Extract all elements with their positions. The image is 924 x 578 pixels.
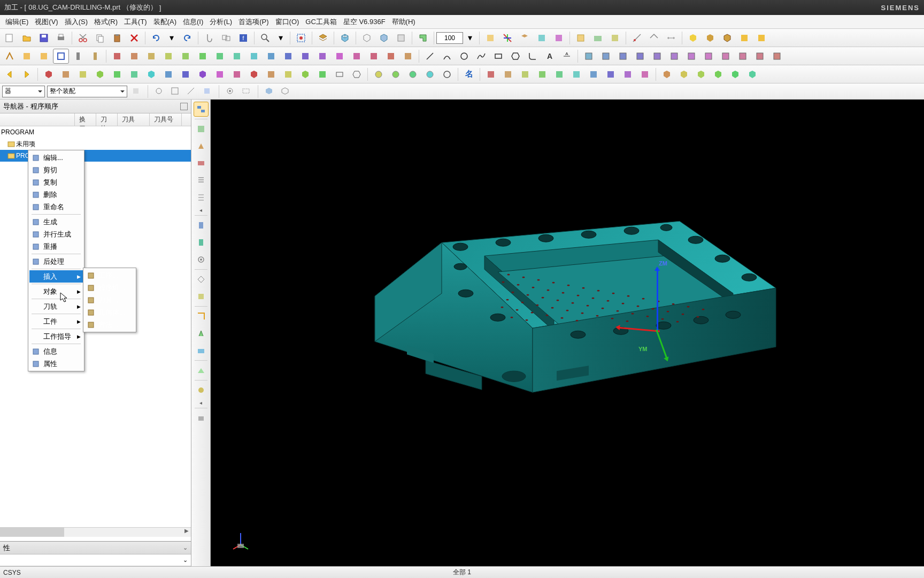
t3c-0[interactable] <box>483 67 499 82</box>
t2-7[interactable] <box>109 49 125 64</box>
t2b-4[interactable] <box>649 49 665 64</box>
arc-tool[interactable] <box>439 49 455 64</box>
menu-item[interactable]: 编辑(E) <box>2 16 32 28</box>
ctx-sub-item[interactable]: 刀具... <box>84 294 135 306</box>
ctx-sub-item[interactable]: 方法... <box>84 318 135 331</box>
sel-e[interactable] <box>201 85 214 98</box>
t2-e[interactable] <box>70 49 86 64</box>
t2-24[interactable] <box>400 49 416 64</box>
t3b-3[interactable] <box>422 67 438 82</box>
tb1-k[interactable] <box>663 31 679 45</box>
t3-14[interactable] <box>280 67 296 82</box>
vt-11[interactable] <box>194 309 209 324</box>
t3-16[interactable] <box>314 67 330 82</box>
t3c-1[interactable] <box>500 67 516 82</box>
save-button[interactable] <box>36 31 52 45</box>
ctx-sub-item[interactable]: 工序... <box>84 269 135 282</box>
t2b-0[interactable] <box>581 49 597 64</box>
ctx-item[interactable]: 对象▶ <box>29 285 83 298</box>
3d-viewport[interactable]: (function(){ var vp=document.currentScri… <box>211 100 924 566</box>
vt-expand-1[interactable]: ◂ <box>199 207 202 213</box>
tb1-e[interactable] <box>551 31 567 45</box>
vt-8[interactable] <box>194 252 209 267</box>
sel-f[interactable] <box>224 85 237 98</box>
col-tool[interactable]: 刀具 <box>118 113 150 126</box>
sel-a[interactable] <box>130 85 143 98</box>
tb1-d[interactable] <box>534 31 550 45</box>
t2b-11[interactable] <box>769 49 785 64</box>
line-tool[interactable] <box>422 49 438 64</box>
t2b-7[interactable] <box>700 49 717 64</box>
tb1-h[interactable] <box>607 31 623 45</box>
t2b-2[interactable] <box>615 49 631 64</box>
t3-2[interactable] <box>75 67 91 82</box>
t3-rect[interactable] <box>332 67 348 82</box>
menu-item[interactable]: 星空 V6.936F <box>340 16 389 28</box>
t3-11[interactable] <box>229 67 245 82</box>
menu-item[interactable]: 窗口(O) <box>272 16 303 28</box>
sel-d[interactable] <box>185 85 198 98</box>
fillet-tool[interactable] <box>525 49 541 64</box>
ctx-sub-item[interactable]: 程序组... <box>84 282 135 294</box>
print-button[interactable] <box>53 31 69 45</box>
ctx-item[interactable]: 刀轨▶ <box>29 300 83 313</box>
t2-9[interactable] <box>143 49 159 64</box>
back-button[interactable] <box>2 67 18 82</box>
sel-c[interactable] <box>169 85 182 98</box>
section-button[interactable] <box>415 31 431 45</box>
vt-2[interactable] <box>194 139 209 154</box>
t2-a[interactable] <box>2 49 18 64</box>
t3-15[interactable] <box>297 67 313 82</box>
col-toolno[interactable]: 刀具号 <box>150 113 182 126</box>
t3-4[interactable] <box>109 67 125 82</box>
t2-8[interactable] <box>126 49 142 64</box>
t2-17[interactable] <box>280 49 296 64</box>
t3c-8[interactable] <box>620 67 636 82</box>
spline-tool[interactable] <box>473 49 489 64</box>
t3c-2[interactable] <box>517 67 533 82</box>
zoom-value-dropdown[interactable]: ▾ <box>464 32 476 44</box>
t3-10[interactable] <box>212 67 228 82</box>
vt-expand-2[interactable]: ◂ <box>199 400 202 406</box>
ctx-item[interactable]: 重命名 <box>29 201 83 213</box>
rect-tool[interactable] <box>490 49 506 64</box>
t2-20[interactable] <box>332 49 348 64</box>
t2b-10[interactable] <box>752 49 768 64</box>
t3c-9[interactable] <box>637 67 653 82</box>
ctx-sub-item[interactable]: 几何体... <box>84 306 135 318</box>
t3-5[interactable] <box>126 67 142 82</box>
ctx-item[interactable]: 工件▶ <box>29 315 83 328</box>
ctx-item[interactable]: 重播 <box>29 240 83 253</box>
view-triad-icon[interactable] <box>230 530 251 551</box>
shade-button[interactable] <box>376 31 392 45</box>
t2-f[interactable] <box>87 49 103 64</box>
tree-row[interactable]: 未用项 <box>0 138 191 150</box>
t2-12[interactable] <box>195 49 211 64</box>
ctx-item[interactable]: 信息 <box>29 345 83 358</box>
open-button[interactable] <box>19 31 35 45</box>
ctx-item[interactable]: 后处理 <box>29 255 83 268</box>
t3d-0[interactable] <box>659 67 675 82</box>
vt-7[interactable] <box>194 235 209 250</box>
t2-19[interactable] <box>314 49 330 64</box>
t2-15[interactable] <box>246 49 262 64</box>
ctx-item[interactable]: 属性 <box>29 358 83 370</box>
tb1-n[interactable] <box>719 31 735 45</box>
ctx-item[interactable]: 剪切 <box>29 164 83 176</box>
t2-21[interactable] <box>349 49 365 64</box>
tb1-b[interactable] <box>499 31 515 45</box>
undo-button[interactable] <box>148 31 164 45</box>
t3d-2[interactable] <box>693 67 709 82</box>
wire-button[interactable] <box>359 31 375 45</box>
t3-8[interactable] <box>178 67 194 82</box>
t3d-3[interactable] <box>710 67 726 82</box>
t2-23[interactable] <box>383 49 399 64</box>
delete-button[interactable] <box>126 31 142 45</box>
dim-tool[interactable]: A <box>559 49 575 64</box>
col-name[interactable] <box>0 113 75 126</box>
t2b-5[interactable] <box>666 49 682 64</box>
tb1-o[interactable] <box>736 31 752 45</box>
tb1-c[interactable] <box>517 31 533 45</box>
ctx-item[interactable]: 插入▶工序...程序组...刀具...几何体...方法... <box>29 270 83 283</box>
tree-hscroll[interactable] <box>0 527 191 537</box>
